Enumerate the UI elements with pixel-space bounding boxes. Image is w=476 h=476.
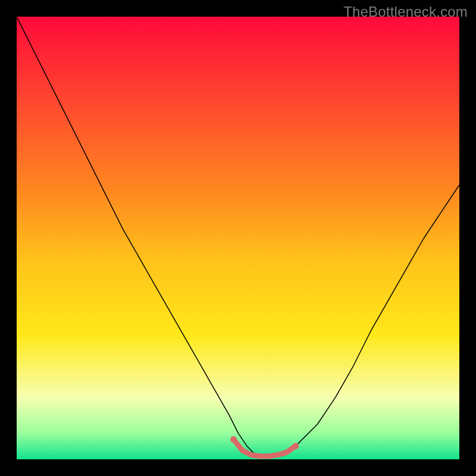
- watermark-text: TheBottleneck.com: [343, 4, 468, 20]
- optimal-range-marker-endpoint: [230, 436, 237, 443]
- chart-svg: [17, 17, 459, 459]
- chart-frame: TheBottleneck.com: [0, 0, 476, 476]
- plot-area: [17, 17, 459, 459]
- background-rect: [17, 17, 459, 459]
- optimal-range-marker-endpoint: [292, 443, 299, 449]
